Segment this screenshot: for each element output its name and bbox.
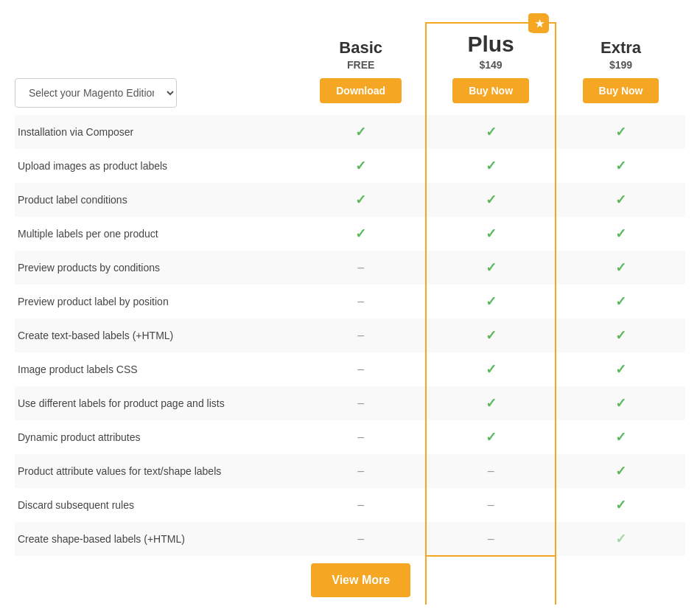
- table-row: Product label conditions✓✓✓: [15, 183, 685, 217]
- basic-feature-cell: –: [296, 319, 426, 352]
- page-wrapper: Select your Magento Edition Magento 2 Op…: [0, 0, 700, 609]
- check-icon: ✓: [486, 294, 497, 309]
- edition-selector[interactable]: Select your Magento Edition Magento 2 Op…: [15, 78, 296, 108]
- basic-download-button[interactable]: Download: [320, 78, 402, 103]
- plus-plan-header: ★ Plus $149 Buy Now: [426, 23, 556, 115]
- plus-feature-cell: –: [426, 454, 556, 488]
- extra-feature-cell: ✓: [556, 522, 685, 556]
- plus-feature-cell: ✓: [426, 183, 556, 217]
- check-icon: ✓: [615, 294, 626, 309]
- extra-plan-name: Extra: [601, 38, 641, 58]
- feature-label: Product label conditions: [15, 183, 296, 217]
- extra-feature-cell: ✓: [556, 115, 685, 149]
- extra-buy-button[interactable]: Buy Now: [583, 78, 659, 103]
- check-icon: ✓: [486, 192, 497, 207]
- feature-label: Upload images as product labels: [15, 149, 296, 183]
- pricing-table: Select your Magento Edition Magento 2 Op…: [15, 22, 685, 605]
- check-icon: ✓: [615, 125, 626, 139]
- check-icon: ✓: [355, 125, 366, 139]
- table-row: Dynamic product attributes–✓✓: [15, 420, 685, 454]
- magento-edition-select[interactable]: Select your Magento Edition Magento 2 Op…: [15, 78, 177, 108]
- extra-feature-cell: ✓: [556, 183, 685, 217]
- basic-feature-cell: –: [296, 285, 426, 319]
- extra-feature-cell: ✓: [556, 319, 685, 352]
- feature-label: Product attribute values for text/shape …: [15, 454, 296, 488]
- check-icon: ✓: [615, 226, 626, 241]
- extra-feature-cell: ✓: [556, 420, 685, 454]
- plus-feature-cell: ✓: [426, 149, 556, 183]
- table-row: Multiple labels per one product✓✓✓: [15, 217, 685, 251]
- table-row: Image product labels CSS–✓✓: [15, 352, 685, 386]
- edition-selector-cell: Select your Magento Edition Magento 2 Op…: [15, 23, 296, 115]
- check-icon: ✓: [615, 260, 626, 275]
- table-row: Use different labels for product page an…: [15, 386, 685, 420]
- basic-feature-cell: ✓: [296, 115, 426, 149]
- check-icon: ✓: [615, 464, 626, 478]
- check-icon: ✓: [486, 362, 497, 377]
- dash-icon: –: [488, 498, 494, 511]
- check-icon: ✓: [486, 226, 497, 241]
- dash-icon: –: [357, 464, 364, 477]
- table-row: Preview product label by position–✓✓: [15, 285, 685, 319]
- basic-feature-cell: ✓: [296, 217, 426, 251]
- plus-plan-name: Plus: [467, 31, 514, 58]
- star-badge: ★: [530, 14, 549, 33]
- dash-icon: –: [357, 498, 364, 511]
- plus-feature-cell: ✓: [426, 420, 556, 454]
- table-row: Installation via Composer✓✓✓: [15, 115, 685, 149]
- table-row: Upload images as product labels✓✓✓: [15, 149, 685, 183]
- plus-plan-header-content: Plus $149 Buy Now: [427, 24, 555, 108]
- feature-label: Create text-based labels (+HTML): [15, 319, 296, 352]
- table-row: Create shape-based labels (+HTML)––✓: [15, 522, 685, 556]
- feature-label: Image product labels CSS: [15, 352, 296, 386]
- dash-icon: –: [488, 532, 494, 545]
- features-body: Installation via Composer✓✓✓Upload image…: [15, 115, 685, 605]
- view-more-row: View More: [15, 556, 685, 605]
- feature-label: Discard subsequent rules: [15, 488, 296, 522]
- extra-feature-cell: ✓: [556, 251, 685, 285]
- extra-feature-cell: ✓: [556, 488, 685, 522]
- check-icon: ✓: [355, 159, 366, 173]
- dash-icon: –: [357, 363, 364, 375]
- plus-feature-cell: ✓: [426, 251, 556, 285]
- check-icon: ✓: [615, 430, 626, 445]
- basic-feature-cell: –: [296, 352, 426, 386]
- extra-feature-cell: ✓: [556, 454, 685, 488]
- check-icon: ✓: [615, 532, 626, 546]
- table-row: Preview products by conditions–✓✓: [15, 251, 685, 285]
- header-row: Select your Magento Edition Magento 2 Op…: [15, 23, 685, 115]
- plus-feature-cell: ✓: [426, 352, 556, 386]
- check-icon: ✓: [486, 328, 497, 343]
- plus-feature-cell: ✓: [426, 386, 556, 420]
- table-row: Discard subsequent rules––✓: [15, 488, 685, 522]
- basic-plan-price: FREE: [347, 59, 374, 71]
- extra-plan-price: $199: [609, 59, 632, 71]
- check-icon: ✓: [486, 396, 497, 411]
- check-icon: ✓: [486, 125, 497, 139]
- table-row: Product attribute values for text/shape …: [15, 454, 685, 488]
- view-more-empty-2: [426, 556, 556, 605]
- basic-plan-header-content: Basic FREE Download: [296, 31, 425, 108]
- basic-feature-cell: –: [296, 420, 426, 454]
- check-icon: ✓: [615, 396, 626, 411]
- check-icon: ✓: [615, 159, 626, 173]
- extra-plan-header: Extra $199 Buy Now: [556, 23, 685, 115]
- dash-icon: –: [357, 295, 364, 307]
- extra-feature-cell: ✓: [556, 285, 685, 319]
- extra-plan-header-content: Extra $199 Buy Now: [556, 31, 685, 108]
- check-icon: ✓: [615, 362, 626, 377]
- check-icon: ✓: [355, 226, 366, 241]
- check-icon: ✓: [615, 328, 626, 343]
- view-more-empty-3: [556, 556, 685, 605]
- view-more-button[interactable]: View More: [311, 563, 410, 597]
- plus-buy-button[interactable]: Buy Now: [452, 78, 529, 103]
- extra-feature-cell: ✓: [556, 149, 685, 183]
- check-icon: ✓: [486, 159, 497, 173]
- basic-feature-cell: –: [296, 454, 426, 488]
- basic-feature-cell: –: [296, 386, 426, 420]
- dash-icon: –: [357, 431, 364, 443]
- plus-feature-cell: ✓: [426, 285, 556, 319]
- basic-feature-cell: ✓: [296, 183, 426, 217]
- basic-feature-cell: –: [296, 251, 426, 285]
- feature-label: Use different labels for product page an…: [15, 386, 296, 420]
